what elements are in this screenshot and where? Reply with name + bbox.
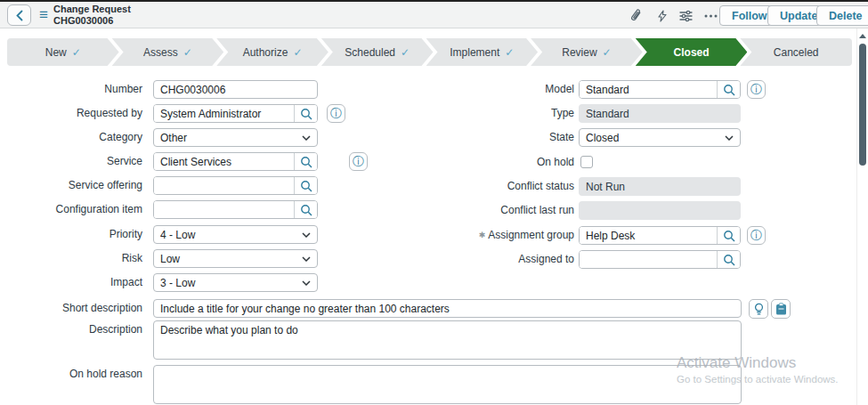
stage-canceled: Canceled [740, 38, 852, 66]
personalize-form-icon[interactable] [676, 6, 695, 26]
description-label: Description [0, 320, 142, 336]
conflict-status-readonly-field: Not Run [579, 177, 741, 196]
knowledge-icon [775, 303, 787, 315]
stage-scheduled: Scheduled✓ [321, 38, 434, 66]
stage-closed-active: Closed [636, 38, 748, 66]
type-label: Type [427, 104, 574, 123]
info-icon: ⓘ [750, 82, 762, 98]
lightbulb-icon [753, 303, 765, 316]
window-top-edge [0, 0, 868, 2]
stage-new: New✓ [7, 38, 119, 66]
on-hold-checkbox[interactable] [580, 156, 593, 168]
assigned-to-input[interactable] [580, 251, 717, 268]
stage-implement: Implement✓ [426, 38, 539, 66]
search-knowledge-button[interactable] [771, 299, 791, 319]
delete-button[interactable]: Delete [816, 5, 868, 26]
model-label: Model [427, 80, 574, 99]
assignment-group-field [579, 226, 741, 245]
description-textarea[interactable]: Describe what you plan to do [153, 320, 742, 360]
stage-assess: Assess✓ [112, 38, 224, 66]
model-preview-button[interactable]: ⓘ [747, 80, 766, 99]
assignment-group-label: ✱Assignment group [427, 226, 574, 245]
check-icon: ✓ [505, 46, 514, 59]
mandatory-icon: ✱ [479, 231, 486, 239]
assigned-to-lookup-button[interactable] [717, 251, 740, 268]
info-icon: ⓘ [750, 228, 762, 244]
context-menu-icon[interactable]: ≡ [36, 4, 52, 26]
assignment-group-input[interactable] [580, 227, 717, 244]
on-hold-label: On hold [427, 153, 574, 172]
impact-label: Impact [0, 273, 142, 292]
suggestion-button[interactable] [749, 299, 768, 319]
search-icon [723, 230, 735, 242]
check-icon: ✓ [293, 46, 302, 59]
change-request-form: Number Requested by ⓘ Category Other Ser… [0, 66, 856, 405]
state-label: State [427, 128, 574, 147]
short-description-input[interactable] [153, 299, 742, 318]
scroll-up-arrow-icon[interactable] [859, 34, 866, 38]
conflict-last-run-label: Conflict last run [427, 201, 574, 220]
back-button[interactable] [7, 4, 31, 26]
assignment-group-lookup-button[interactable] [717, 227, 740, 244]
more-options-icon[interactable] [701, 6, 720, 26]
activity-stream-icon[interactable] [652, 6, 671, 26]
short-description-label: Short description [0, 299, 142, 318]
assigned-to-field [579, 250, 741, 269]
search-icon [723, 254, 735, 266]
on-hold-reason-label: On hold reason [0, 365, 142, 381]
search-icon [723, 84, 735, 96]
assigned-to-label: Assigned to [427, 250, 574, 269]
chevron-down-icon [302, 280, 311, 286]
model-lookup-button[interactable] [717, 81, 740, 98]
stage-review: Review✓ [531, 38, 643, 66]
record-number: CHG0030006 [53, 15, 131, 27]
state-select[interactable]: Closed [579, 128, 741, 147]
record-type: Change Request [53, 4, 131, 15]
conflict-status-label: Conflict status [427, 177, 574, 196]
model-field [579, 80, 741, 99]
impact-select[interactable]: 3 - Low [153, 273, 318, 292]
on-hold-reason-textarea[interactable] [153, 365, 742, 404]
assignment-group-preview-button[interactable]: ⓘ [747, 226, 766, 245]
check-icon: ✓ [603, 46, 612, 59]
page-title: Change Request CHG0030006 [53, 4, 131, 27]
attachment-icon[interactable] [627, 6, 646, 26]
chevron-down-icon [725, 135, 734, 141]
check-icon: ✓ [183, 46, 192, 59]
conflict-last-run-readonly-field [579, 201, 741, 220]
stage-authorize: Authorize✓ [216, 38, 329, 66]
check-icon: ✓ [401, 46, 410, 59]
check-icon: ✓ [72, 46, 81, 59]
chevron-left-icon [15, 10, 24, 21]
vertical-scrollbar[interactable] [856, 28, 868, 405]
change-stage-progress: New✓ Assess✓ Authorize✓ Scheduled✓ Imple… [7, 38, 852, 66]
model-input[interactable] [580, 81, 717, 98]
type-readonly-field: Standard [579, 104, 741, 123]
scrollbar-thumb[interactable] [859, 44, 866, 166]
form-header: ≡ Change Request CHG0030006 Follow Updat… [0, 2, 868, 28]
